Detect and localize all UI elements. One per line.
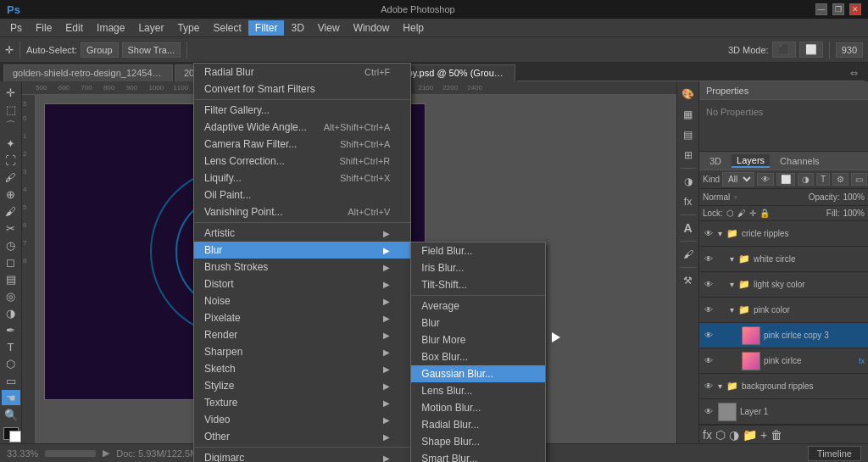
filter-other[interactable]: Other ▶	[194, 428, 410, 445]
filter-lens-correction[interactable]: Lens Correction... Shift+Ctrl+R	[194, 153, 410, 170]
tool-marquee[interactable]: ⬚	[2, 102, 20, 117]
tool-blur[interactable]: ◎	[2, 288, 20, 303]
filter-stylize[interactable]: Stylize ▶	[194, 377, 410, 394]
blur-blur[interactable]: Blur	[411, 314, 545, 331]
lock-position-btn[interactable]: ✛	[749, 209, 756, 218]
layer-type-btn[interactable]: T	[816, 173, 830, 186]
layer-eye-5[interactable]: 👁	[703, 330, 715, 342]
toolbar-3d-mode[interactable]: ⬛	[772, 42, 796, 58]
blur-shape-blur[interactable]: Shape Blur...	[411, 433, 545, 450]
right-icon-text[interactable]: A	[679, 219, 698, 237]
blur-gaussian-blur[interactable]: Gaussian Blur...	[411, 365, 545, 382]
tool-hand[interactable]: ☚	[2, 390, 20, 405]
toolbar-group-select[interactable]: Group	[81, 42, 119, 58]
toolbar-canvas-size[interactable]: 930	[836, 42, 863, 58]
blur-radial-blur[interactable]: Radial Blur...	[411, 416, 545, 433]
layer-eye-6[interactable]: 👁	[703, 355, 715, 367]
layer-row-light-sky-color[interactable]: 👁 ▾ 📁 light sky color	[699, 272, 868, 298]
blur-tilt-shift[interactable]: Tilt-Shift...	[411, 276, 545, 293]
background-color[interactable]	[9, 431, 21, 443]
lock-transparent-btn[interactable]: ⬡	[726, 209, 734, 218]
layer-visibility-btn[interactable]: 👁	[757, 173, 774, 186]
tool-brush[interactable]: 🖌	[2, 203, 20, 219]
layer-row-cricle-ripples[interactable]: 👁 ▾ 📁 cricle ripples	[699, 221, 868, 247]
blur-lens-blur[interactable]: Lens Blur...	[411, 382, 545, 399]
add-adjustment-btn[interactable]: ◑	[729, 428, 739, 442]
add-mask-btn[interactable]: ⬡	[715, 428, 726, 442]
layer-eye-3[interactable]: 👁	[703, 279, 715, 291]
tool-lasso[interactable]: ⌒	[2, 119, 20, 134]
layer-shape-btn[interactable]: ▭	[851, 173, 867, 186]
tool-shape[interactable]: ▭	[2, 373, 20, 388]
menu-3d[interactable]: 3D	[284, 20, 310, 36]
menu-ps[interactable]: Ps	[3, 20, 29, 36]
menu-filter[interactable]: Filter	[248, 20, 285, 36]
layer-eye-7[interactable]: 👁	[703, 381, 715, 392]
filter-adaptive-wide[interactable]: Adaptive Wide Angle... Alt+Shift+Ctrl+A	[194, 119, 410, 136]
layer-row-white-circle[interactable]: 👁 ▾ 📁 white circle	[699, 247, 868, 272]
menu-image[interactable]: Image	[90, 20, 131, 36]
arrange-docs-btn[interactable]: ⇔	[843, 66, 865, 81]
tool-crop[interactable]: ⛶	[2, 153, 20, 168]
filter-blur[interactable]: Blur ▶ Field Blur... Iris Blur... Tilt-S…	[194, 242, 410, 259]
filter-liquify[interactable]: Liquify... Shift+Ctrl+X	[194, 170, 410, 186]
filter-camera-raw[interactable]: Camera Raw Filter... Shift+Ctrl+A	[194, 136, 410, 153]
filter-artistic[interactable]: Artistic ▶	[194, 225, 410, 242]
tool-gradient[interactable]: ▤	[2, 271, 20, 287]
layer-row-layer-1[interactable]: 👁 Layer 1	[699, 399, 868, 425]
layer-eye-8[interactable]: 👁	[703, 406, 715, 418]
tool-zoom[interactable]: 🔍	[2, 407, 20, 422]
right-icon-patterns[interactable]: ⊞	[679, 146, 698, 164]
menu-help[interactable]: Help	[396, 20, 431, 36]
restore-button[interactable]: ❐	[832, 3, 844, 15]
foreground-color[interactable]	[3, 427, 19, 440]
tool-pen[interactable]: ✒	[2, 322, 20, 337]
filter-radial-blur[interactable]: Radial Blur Ctrl+F	[194, 64, 410, 81]
add-group-btn[interactable]: 📁	[743, 428, 757, 442]
layer-row-pink-circle[interactable]: 👁 pink cirlce fx	[699, 348, 868, 374]
blur-more[interactable]: Blur More	[411, 331, 545, 348]
triangle-btn[interactable]: ▶	[103, 448, 109, 459]
tool-history[interactable]: ◷	[2, 237, 20, 253]
right-icon-swatches[interactable]: ▦	[679, 105, 698, 124]
tab-1[interactable]: golden-shield-retro-design_12454-5380.jp…	[3, 64, 173, 81]
blur-smart-blur[interactable]: Smart Blur...	[411, 450, 545, 462]
filter-render[interactable]: Render ▶	[194, 326, 410, 343]
layer-pixel-btn[interactable]: ⬜	[776, 173, 795, 186]
lock-image-btn[interactable]: 🖌	[737, 209, 746, 218]
tool-eyedropper[interactable]: 🖋	[2, 170, 20, 185]
blur-average[interactable]: Average	[411, 298, 545, 314]
layers-tab-channels[interactable]: Channels	[775, 155, 824, 167]
layers-tab-layers[interactable]: Layers	[732, 154, 770, 168]
menu-layer[interactable]: Layer	[131, 20, 170, 36]
layers-tab-3d[interactable]: 3D	[704, 155, 726, 167]
right-icon-color[interactable]: 🎨	[679, 85, 698, 103]
layer-eye-2[interactable]: 👁	[703, 253, 715, 265]
delete-layer-btn[interactable]: 🗑	[771, 428, 782, 442]
filter-gallery[interactable]: Filter Gallery...	[194, 102, 410, 119]
close-button[interactable]: ✕	[849, 3, 861, 15]
layer-adj-btn[interactable]: ◑	[798, 173, 814, 186]
toolbar-show-transform[interactable]: Show Tra...	[122, 42, 181, 58]
right-icon-gradient[interactable]: ▤	[679, 125, 698, 144]
add-layer-btn[interactable]: +	[760, 428, 767, 442]
tool-dodge[interactable]: ◑	[2, 305, 20, 320]
tool-eraser[interactable]: ◻	[2, 254, 20, 270]
tool-move[interactable]: ✛	[2, 85, 20, 100]
layer-row-pink-color[interactable]: 👁 ▾ 📁 pink color	[699, 298, 868, 323]
filter-video[interactable]: Video ▶	[194, 411, 410, 428]
tool-text[interactable]: T	[2, 339, 20, 354]
tool-heal[interactable]: ⊕	[2, 186, 20, 202]
add-style-btn[interactable]: fx	[703, 428, 712, 442]
lock-all-btn[interactable]: 🔒	[760, 209, 770, 218]
filter-sharpen[interactable]: Sharpen ▶	[194, 343, 410, 360]
blur-iris-blur[interactable]: Iris Blur...	[411, 259, 545, 276]
layer-eye-1[interactable]: 👁	[703, 228, 715, 240]
layer-eye-4[interactable]: 👁	[703, 304, 715, 316]
menu-file[interactable]: File	[29, 20, 58, 36]
tool-clone[interactable]: ✂	[2, 220, 20, 236]
right-icon-adjustments[interactable]: ◑	[679, 172, 698, 191]
layer-row-pink-circle-copy-3[interactable]: 👁 pink cirlce copy 3	[699, 323, 868, 348]
kind-select[interactable]: All	[722, 172, 754, 186]
blur-box-blur[interactable]: Box Blur...	[411, 348, 545, 365]
